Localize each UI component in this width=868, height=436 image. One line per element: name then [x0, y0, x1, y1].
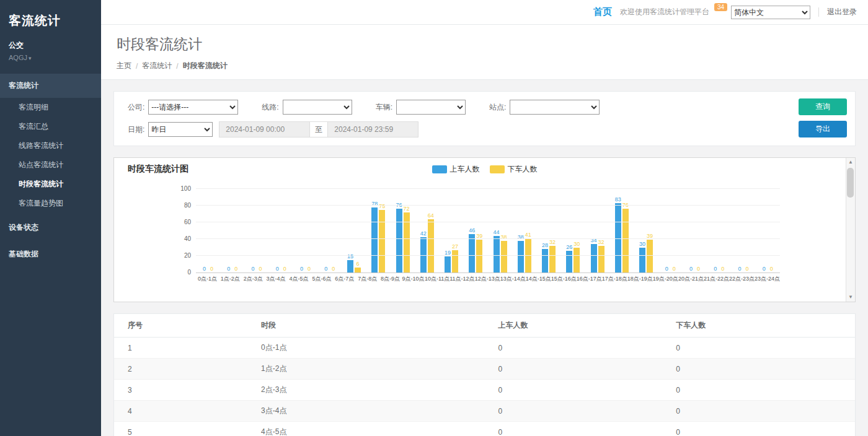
bar[interactable]: [379, 210, 385, 272]
date-to-label: 至: [309, 121, 328, 137]
chart-scrollbar-thumb[interactable]: [847, 168, 854, 198]
sidebar-section-2[interactable]: 基础数据: [0, 242, 101, 266]
bar-value-label: 15: [347, 253, 353, 259]
x-axis-label: 9点-10点: [402, 275, 425, 283]
bar-stack: 39: [476, 189, 483, 272]
bar[interactable]: [445, 256, 451, 272]
bar[interactable]: [574, 248, 580, 273]
table-cell: 0: [492, 422, 670, 436]
filter-buttons: 查询 导出: [799, 98, 847, 137]
table-cell: 0: [670, 338, 855, 359]
sidebar-item[interactable]: 客流汇总: [0, 117, 101, 136]
sidebar-section-0[interactable]: 客流统计: [0, 74, 101, 98]
vehicle-select[interactable]: [396, 100, 466, 115]
bar-value-label: 0: [721, 266, 724, 272]
bar-value-label: 78: [371, 201, 378, 207]
legend-item[interactable]: 上车人数: [432, 164, 480, 175]
bar-stack: 27: [452, 189, 459, 272]
bar[interactable]: [566, 251, 572, 272]
bar[interactable]: [371, 207, 378, 272]
language-select[interactable]: 简体中文: [731, 6, 810, 19]
bar[interactable]: [452, 250, 458, 272]
legend-item[interactable]: 下车人数: [490, 164, 538, 175]
y-tick-label: 20: [174, 252, 191, 259]
bar[interactable]: [476, 240, 482, 272]
bar[interactable]: [428, 219, 434, 272]
scroll-down-icon[interactable]: ▼: [848, 294, 853, 300]
x-axis-label: 10点-11点: [425, 275, 450, 283]
query-button[interactable]: 查询: [799, 98, 847, 115]
scroll-up-icon[interactable]: ▲: [848, 159, 853, 165]
sidebar-item[interactable]: 客流量趋势图: [0, 194, 101, 213]
logout-link[interactable]: 退出登录: [827, 7, 857, 17]
sidebar-item[interactable]: 线路客流统计: [0, 136, 101, 155]
y-tick-label: 0: [174, 269, 191, 276]
bar[interactable]: [347, 260, 353, 272]
bar-value-label: 32: [598, 239, 604, 245]
bar[interactable]: [615, 203, 621, 272]
bar[interactable]: [501, 241, 507, 272]
bar-stack: 41: [525, 189, 531, 272]
bar-stack: 30: [574, 189, 580, 272]
x-axis-label: 16点-17点: [577, 275, 602, 283]
date-start-input[interactable]: 2024-01-09 00:00: [219, 121, 310, 137]
bar[interactable]: [598, 246, 604, 272]
sidebar: 客流统计 公交 AQGJ▾ 客流统计客流明细客流汇总线路客流统计站点客流统计时段…: [0, 0, 101, 436]
bar[interactable]: [355, 268, 361, 272]
bar-group: 3841: [512, 189, 536, 272]
sidebar-section-1[interactable]: 设备状态: [0, 216, 101, 240]
bar-value-label: 0: [332, 266, 335, 272]
bar[interactable]: [518, 241, 524, 272]
sidebar-item[interactable]: 站点客流统计: [0, 155, 101, 175]
data-table-panel: 序号时段上车人数下车人数 10点-1点0021点-2点0032点-3点0043点…: [113, 313, 856, 436]
bar-stack: 0: [257, 189, 264, 272]
home-link[interactable]: 首页: [593, 6, 612, 18]
bar-stack: 0: [201, 189, 208, 272]
bar-stack: 0: [737, 189, 743, 272]
notification-badge[interactable]: 34: [714, 3, 727, 11]
y-tick-label: 60: [174, 219, 191, 225]
bar-value-label: 0: [210, 266, 213, 272]
bar[interactable]: [647, 240, 653, 272]
gridline: [196, 188, 780, 189]
bar-group: 4264: [415, 189, 439, 272]
table-cell: 2: [114, 359, 255, 380]
export-button[interactable]: 导出: [799, 121, 847, 137]
bar[interactable]: [549, 246, 556, 272]
bar[interactable]: [542, 249, 548, 272]
table-cell: 4: [114, 401, 255, 422]
bar-value-label: 83: [615, 196, 621, 203]
sidebar-item[interactable]: 客流明细: [0, 98, 101, 117]
table-cell: 0点-1点: [255, 338, 492, 359]
bar-chart-plot: 0000000000001567875767242641927463944383…: [196, 189, 780, 273]
breadcrumb-parent[interactable]: 客流统计: [142, 61, 172, 71]
table-row: 54点-5点00: [114, 422, 855, 436]
x-axis-label: 1点-2点: [219, 275, 242, 283]
company-select[interactable]: ---请选择---: [148, 100, 238, 115]
bar[interactable]: [469, 234, 475, 272]
bar[interactable]: [639, 248, 645, 273]
station-select[interactable]: [510, 100, 600, 115]
breadcrumb-home[interactable]: 主页: [117, 61, 131, 71]
org-code-label: AQGJ: [9, 54, 27, 61]
bar-value-label: 44: [494, 229, 500, 235]
bar[interactable]: [396, 209, 402, 272]
bar-stack: 0: [208, 189, 215, 272]
x-axis-label: 12点-13点: [475, 275, 500, 283]
bar[interactable]: [591, 244, 597, 272]
date-end-input[interactable]: 2024-01-09 23:59: [327, 121, 418, 137]
welcome-text: 欢迎使用客流统计管理平台: [620, 7, 709, 17]
bar[interactable]: [622, 209, 629, 272]
line-select[interactable]: [283, 100, 352, 115]
bar-stack: 72: [403, 189, 410, 272]
bar-group: 7672: [391, 189, 415, 272]
date-range-select[interactable]: 昨日: [148, 122, 213, 137]
bar-stack: 42: [420, 189, 427, 272]
x-axis-label: 15点-16点: [551, 275, 577, 283]
legend-label: 上车人数: [450, 164, 480, 175]
table-cell: 0: [670, 422, 855, 436]
org-selector[interactable]: AQGJ▾: [9, 54, 92, 61]
sidebar-item[interactable]: 时段客流统计: [0, 175, 101, 194]
y-tick-label: 100: [174, 185, 191, 192]
bar[interactable]: [494, 236, 500, 272]
